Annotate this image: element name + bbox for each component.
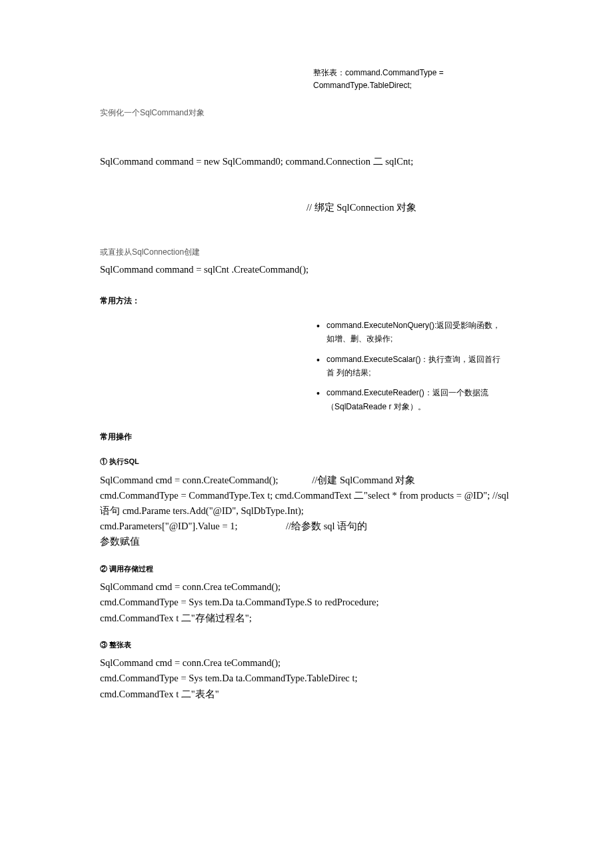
instantiate-label: 实例化一个SqlCommand对象	[100, 107, 513, 119]
section-1-code: SqlCommand cmd = conn.CreateCommand(); /…	[100, 473, 513, 550]
or-create-label: 或直接从SqlConnection创建	[100, 246, 513, 258]
instantiate-code: SqlCommand command = new SqlCommand0; co…	[100, 123, 513, 231]
section-3-code: SqlCommand cmd = conn.Crea teCommand(); …	[100, 655, 513, 702]
code-line: SqlCommand command = new SqlCommand0; co…	[100, 154, 513, 169]
list-item: command.ExecuteReader()：返回一个数据流（SqlDataR…	[313, 386, 506, 413]
section-3-heading: ③ 整张表	[100, 639, 513, 651]
section-2-heading: ② 调用存储过程	[100, 563, 513, 575]
methods-list: command.ExecuteNonQuery():返回受影响函数， 如增、删、…	[313, 319, 506, 413]
common-methods-heading: 常用方法：	[100, 295, 513, 307]
list-item: command.ExecuteScalar()：执行查询，返回首行首 列的结果;	[313, 353, 506, 380]
code-line: // 绑定 SqlConnection 对象	[100, 200, 513, 215]
section-1-heading: ① 执行SQL	[100, 456, 513, 467]
top-right-note: 整张表：command.CommandType = CommandType.Ta…	[313, 67, 500, 92]
or-create-code: SqlCommand command = sqlCnt .CreateComma…	[100, 262, 513, 277]
list-item: command.ExecuteNonQuery():返回受影响函数， 如增、删、…	[313, 319, 506, 346]
common-ops-heading: 常用操作	[100, 431, 513, 443]
section-2-code: SqlCommand cmd = conn.Crea teCommand(); …	[100, 579, 513, 626]
